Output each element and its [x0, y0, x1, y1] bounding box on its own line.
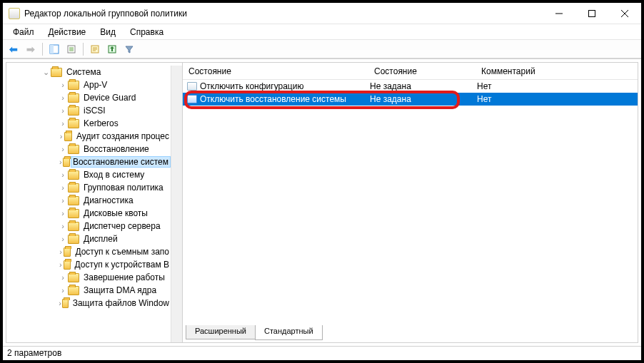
setting-state: Не задана — [368, 81, 476, 91]
tree-label: iSCSI — [82, 106, 107, 116]
tree-root[interactable]: ⌄ Система — [6, 66, 171, 78]
forward-button[interactable]: ➡ — [23, 41, 39, 57]
folder-icon — [68, 119, 79, 128]
expand-icon[interactable]: › — [58, 209, 68, 218]
tree-item[interactable]: ›Восстановление — [6, 143, 171, 155]
expand-icon[interactable]: › — [58, 132, 64, 140]
svg-rect-2 — [50, 45, 54, 53]
tab-standard[interactable]: Стандартный — [255, 325, 323, 340]
tree-label: Завершение работы — [82, 272, 166, 282]
expand-icon[interactable]: › — [58, 286, 68, 295]
expand-icon[interactable]: › — [58, 158, 63, 166]
folder-icon — [51, 68, 62, 77]
menu-action[interactable]: Действие — [43, 26, 92, 39]
refresh-button[interactable] — [104, 41, 120, 57]
tree-item[interactable]: ›Kerberos — [6, 117, 171, 130]
tree-item[interactable]: ›Диспетчер сервера — [6, 220, 171, 232]
tree-item[interactable]: ›App-V — [6, 78, 171, 91]
expand-icon[interactable]: › — [58, 170, 68, 179]
tree-label: Дисковые квоты — [82, 208, 149, 218]
tab-extended[interactable]: Расширенный — [186, 325, 256, 339]
folder-icon — [68, 170, 79, 180]
settings-row[interactable]: Отключить конфигурациюНе заданаНет — [183, 80, 638, 93]
toolbar-separator — [83, 43, 84, 56]
tree-item[interactable]: ›Защита DMA ядра — [6, 284, 171, 297]
details-wrap: Состояние Состояние Комментарий Отключит… — [183, 62, 638, 343]
menu-help[interactable]: Справка — [124, 26, 169, 39]
expand-icon[interactable]: › — [58, 196, 68, 205]
tree-label: Kerberos — [82, 118, 120, 128]
expand-icon[interactable]: › — [58, 273, 68, 282]
expand-icon[interactable]: › — [58, 183, 68, 192]
folder-icon — [68, 235, 79, 244]
expand-icon[interactable]: › — [58, 260, 64, 269]
menu-file[interactable]: Файл — [7, 26, 40, 39]
col-state[interactable]: Состояние — [368, 63, 476, 79]
menu-view[interactable]: Вид — [94, 26, 121, 39]
tree-item[interactable]: ›Дисковые квоты — [6, 207, 171, 220]
folder-icon — [68, 81, 79, 90]
col-comment[interactable]: Комментарий — [476, 63, 638, 79]
tree-pane: ⌄ Система ›App-V›Device Guard›iSCSI›Kerb… — [6, 62, 183, 343]
tree-item[interactable]: ›Вход в систему — [6, 168, 171, 181]
show-tree-button[interactable] — [46, 41, 62, 57]
tree-label: Диспетчер сервера — [82, 221, 162, 231]
tree-item[interactable]: ›Доступ к съемным запо — [6, 245, 171, 258]
minimize-button[interactable] — [543, 3, 575, 24]
setting-comment: Нет — [476, 81, 638, 91]
tree-label: Восстановление систем — [71, 156, 171, 168]
close-button[interactable] — [608, 3, 641, 24]
settings-row[interactable]: Отключить восстановление системыНе задан… — [183, 93, 638, 106]
expand-icon[interactable]: › — [58, 247, 64, 256]
expand-icon[interactable]: › — [58, 93, 68, 102]
statusbar: 2 параметров — [3, 346, 641, 360]
tree-item[interactable]: ›Аудит создания процес — [6, 130, 171, 143]
tree-label: Восстановление — [82, 144, 151, 154]
maximize-button[interactable] — [575, 3, 608, 24]
tree-item[interactable]: ›Завершение работы — [6, 271, 171, 284]
setting-state: Не задана — [368, 94, 476, 104]
expand-icon[interactable]: › — [58, 235, 68, 243]
back-button[interactable]: ⬅ — [6, 41, 21, 57]
toolbar-separator — [42, 43, 43, 56]
tree-item[interactable]: ›Групповая политика — [6, 181, 171, 194]
tree-label: Дисплей — [82, 234, 119, 244]
properties-button[interactable] — [87, 41, 103, 57]
window-title: Редактор локальной групповой политики — [24, 9, 543, 19]
arrow-right-icon: ➡ — [26, 44, 35, 55]
tree[interactable]: ⌄ Система ›App-V›Device Guard›iSCSI›Kerb… — [6, 66, 171, 342]
folder-icon — [68, 209, 79, 218]
filter-button[interactable] — [121, 41, 137, 57]
column-headers: Состояние Состояние Комментарий — [183, 63, 638, 80]
col-setting[interactable]: Состояние — [183, 63, 368, 79]
details-pane: Состояние Состояние Комментарий Отключит… — [183, 62, 638, 343]
svg-rect-0 — [589, 10, 595, 16]
tree-item[interactable]: ›Диагностика — [6, 194, 171, 207]
expand-icon[interactable]: › — [58, 119, 68, 128]
policy-icon — [187, 95, 197, 103]
app-window: Редактор локальной групповой политики Фа… — [0, 0, 644, 363]
tree-item[interactable]: ›Device Guard — [6, 91, 171, 104]
tree-item[interactable]: ›Восстановление систем — [6, 155, 171, 168]
tree-label: App-V — [82, 80, 109, 90]
tree-label: Диагностика — [82, 195, 135, 205]
expand-icon[interactable]: › — [58, 81, 68, 89]
export-list-button[interactable] — [64, 41, 79, 57]
status-text: 2 параметров — [7, 348, 61, 358]
expand-icon[interactable]: › — [58, 106, 68, 115]
policy-icon — [187, 82, 197, 91]
expand-icon[interactable]: › — [58, 145, 68, 153]
folder-icon — [63, 158, 69, 167]
tree-item[interactable]: ›Дисплей — [6, 232, 171, 245]
tree-item[interactable]: ›Защита файлов Window — [6, 297, 171, 310]
window-controls — [543, 3, 641, 24]
collapse-icon[interactable]: ⌄ — [41, 68, 51, 77]
folder-icon — [68, 183, 79, 193]
folder-icon — [64, 247, 71, 257]
folder-icon — [62, 299, 68, 308]
tree-scrollbar[interactable] — [171, 66, 182, 342]
tree-item[interactable]: ›Доступ к устройствам B — [6, 258, 171, 271]
tree-label: Вход в систему — [82, 170, 146, 180]
expand-icon[interactable]: › — [58, 222, 68, 230]
tree-item[interactable]: ›iSCSI — [6, 104, 171, 117]
